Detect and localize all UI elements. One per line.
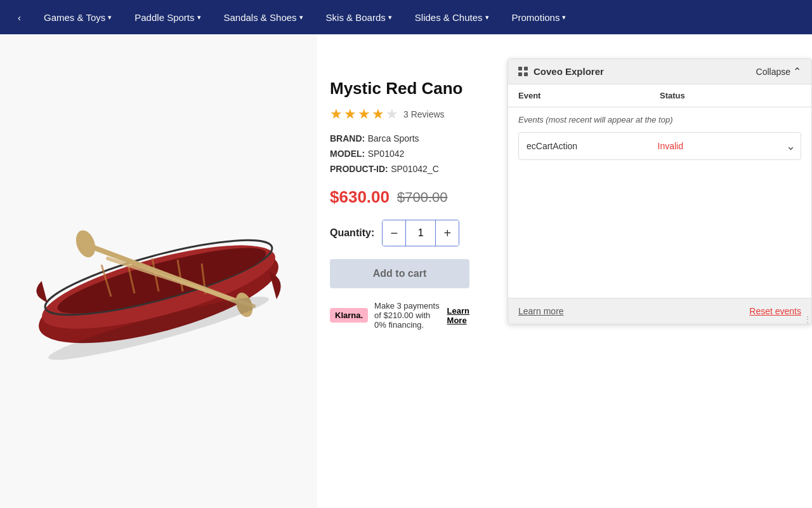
star-3: ★ bbox=[358, 106, 370, 123]
star-1: ★ bbox=[330, 106, 343, 123]
klarna-text: Make 3 payments of $210.00 with 0% finan… bbox=[374, 301, 441, 330]
quantity-decrease-button[interactable]: − bbox=[383, 220, 405, 246]
klarna-learn-more-link[interactable]: Learn More bbox=[447, 306, 469, 325]
product-id-value: SP01042_C bbox=[391, 164, 439, 174]
product-details: Mystic Red Cano ★ ★ ★ ★ ★ 3 Reviews BRAN… bbox=[317, 66, 482, 342]
quantity-control: − + bbox=[382, 220, 459, 246]
quantity-label: Quantity: bbox=[330, 227, 374, 239]
coveo-collapse-button[interactable]: Collapse ⌃ bbox=[756, 65, 801, 77]
star-4: ★ bbox=[372, 106, 384, 123]
klarna-row: Klarna. Make 3 payments of $210.00 with … bbox=[330, 301, 469, 330]
product-image bbox=[0, 34, 317, 508]
reviews-count: 3 Reviews bbox=[403, 109, 445, 119]
coveo-header: Coveo Explorer Collapse ⌃ bbox=[508, 59, 811, 84]
quantity-input[interactable] bbox=[405, 220, 436, 246]
quantity-row: Quantity: − + bbox=[330, 220, 469, 246]
klarna-badge: Klarna. bbox=[330, 308, 368, 323]
nav-item-skis-boards[interactable]: Skis & Boards ▾ bbox=[315, 0, 403, 34]
event-status: Invalid bbox=[650, 135, 782, 157]
model-row: MODEL: SP01042 bbox=[330, 148, 469, 159]
learn-more-link[interactable]: Learn more bbox=[518, 306, 564, 316]
event-row: ecCartAction Invalid ⌄ bbox=[518, 132, 801, 160]
nav-item-games-toys[interactable]: Games & Toys ▾ bbox=[32, 0, 123, 34]
coveo-header-left: Coveo Explorer bbox=[518, 66, 604, 77]
model-value: SP01042 bbox=[368, 149, 405, 159]
nav-chevron-left: ‹ bbox=[18, 12, 21, 23]
chevron-down-icon: ▾ bbox=[299, 13, 303, 22]
star-2: ★ bbox=[344, 106, 357, 123]
nav-item-slides-chutes[interactable]: Slides & Chutes ▾ bbox=[403, 0, 501, 34]
nav-item-prev[interactable]: ‹ bbox=[6, 0, 32, 34]
coveo-collapse-label: Collapse bbox=[756, 67, 790, 77]
coveo-grid-icon bbox=[518, 67, 528, 77]
chevron-down-icon: ▾ bbox=[485, 13, 489, 22]
coveo-table-header: Event Status bbox=[508, 84, 811, 107]
quantity-increase-button[interactable]: + bbox=[436, 220, 459, 246]
chevron-up-icon: ⌃ bbox=[793, 65, 801, 77]
star-rating: ★ ★ ★ ★ ★ bbox=[330, 106, 398, 123]
resize-handle[interactable]: ⋮ bbox=[801, 314, 811, 324]
product-title: Mystic Red Cano bbox=[330, 79, 469, 98]
coveo-explorer-panel: Coveo Explorer Collapse ⌃ Event Status E… bbox=[508, 58, 812, 324]
chevron-down-icon: ▾ bbox=[562, 13, 566, 22]
chevron-down-icon: ▾ bbox=[108, 13, 112, 22]
event-expand-icon[interactable]: ⌄ bbox=[781, 133, 801, 159]
brand-row: BRAND: Barca Sports bbox=[330, 133, 469, 144]
event-name: ecCartAction bbox=[519, 135, 650, 157]
svg-point-10 bbox=[72, 228, 98, 260]
product-id-row: PRODUCT-ID: SP01042_C bbox=[330, 163, 469, 175]
chevron-down-icon: ▾ bbox=[388, 13, 392, 22]
nav-item-paddle-sports[interactable]: Paddle Sports ▾ bbox=[123, 0, 212, 34]
product-id-label: PRODUCT-ID: bbox=[330, 164, 388, 174]
brand-value: Barca Sports bbox=[368, 133, 419, 144]
coveo-body: Events (most recent will appear at the t… bbox=[508, 107, 811, 298]
coveo-footer: Learn more Reset events bbox=[508, 298, 811, 324]
main-content: Mystic Red Cano ★ ★ ★ ★ ★ 3 Reviews BRAN… bbox=[0, 34, 812, 508]
col-status-header: Status bbox=[660, 91, 801, 100]
add-to-cart-button[interactable]: Add to cart bbox=[330, 259, 469, 288]
reset-events-button[interactable]: Reset events bbox=[749, 306, 801, 316]
col-event-header: Event bbox=[518, 91, 660, 100]
price-original: $700.00 bbox=[397, 189, 448, 206]
model-label: MODEL: bbox=[330, 149, 365, 159]
nav-item-sandals-shoes[interactable]: Sandals & Shoes ▾ bbox=[213, 0, 315, 34]
chevron-down-icon: ▾ bbox=[197, 13, 201, 22]
coveo-hint: Events (most recent will appear at the t… bbox=[518, 115, 801, 124]
pricing: $630.00 $700.00 bbox=[330, 187, 469, 207]
price-current: $630.00 bbox=[330, 187, 390, 207]
nav-item-promotions[interactable]: Promotions ▾ bbox=[501, 0, 578, 34]
navbar: ‹ Games & Toys ▾ Paddle Sports ▾ Sandals… bbox=[0, 0, 812, 34]
stars-row: ★ ★ ★ ★ ★ 3 Reviews bbox=[330, 106, 469, 123]
star-5: ★ bbox=[386, 106, 398, 123]
canoe-illustration bbox=[25, 119, 292, 424]
coveo-title: Coveo Explorer bbox=[534, 66, 604, 77]
brand-label: BRAND: bbox=[330, 133, 365, 144]
